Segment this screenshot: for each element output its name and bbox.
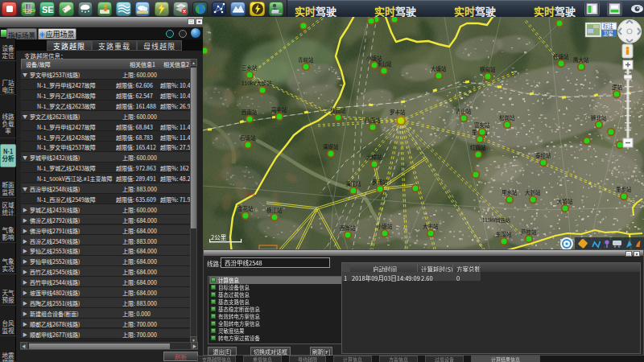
svg-text:西岸站: 西岸站 [340,224,356,232]
svg-text:大樟站: 大樟站 [366,153,382,161]
svg-text:青山站: 青山站 [456,107,472,115]
svg-text:110kV大步站: 110kV大步站 [242,79,272,87]
svg-text:松岗站: 松岗站 [499,113,515,121]
svg-text:任塘站: 任塘站 [553,52,569,60]
svg-text:110kV城西站: 110kV城西站 [482,216,510,224]
svg-text:逻站: 逻站 [612,83,623,91]
svg-text:SE: SE [42,5,54,14]
svg-text:卫星: 卫星 [603,29,614,37]
svg-text:大塘站: 大塘站 [431,64,447,72]
svg-text:罗丰站: 罗丰站 [390,108,406,116]
svg-text:高丰站: 高丰站 [271,105,287,113]
svg-text:SCADA: SCADA [23,8,35,13]
svg-text:樵园站: 樵园站 [330,106,346,114]
svg-text:横窖站: 横窖站 [480,65,496,73]
svg-text:大沥站: 大沥站 [525,188,541,196]
svg-text:罗涌站: 罗涌站 [372,178,388,186]
svg-text:2公里: 2公里 [211,232,227,241]
svg-text:里水站: 里水站 [502,188,518,196]
svg-text:横江站: 横江站 [266,206,283,214]
svg-text:狮山站: 狮山站 [376,60,392,68]
svg-text:西南站: 西南站 [242,108,258,116]
svg-text:里步站: 里步站 [616,185,632,193]
svg-text:西江: 西江 [246,189,256,196]
svg-text:狮北站: 狮北站 [591,113,607,121]
svg-text:大镇站: 大镇站 [557,197,573,205]
svg-text:大丰站: 大丰站 [423,222,439,230]
svg-text:红旗站: 红旗站 [470,143,486,151]
svg-text:金花站: 金花站 [237,204,254,212]
svg-text:漓堤站: 漓堤站 [323,142,339,150]
svg-text:东滘站: 东滘站 [496,230,512,238]
svg-text:三水站: 三水站 [242,64,258,72]
svg-text:石塘站: 石塘站 [240,134,256,142]
svg-text:芦桂站: 芦桂站 [521,228,537,236]
svg-text:青岐站: 青岐站 [298,56,314,64]
svg-text:科园站: 科园站 [365,116,381,124]
svg-text:小塘站: 小塘站 [377,222,393,230]
svg-text:泰纶站: 泰纶站 [535,151,551,159]
svg-text:鹰大站: 鹰大站 [573,56,589,64]
svg-text:漓江站: 漓江站 [345,179,361,187]
